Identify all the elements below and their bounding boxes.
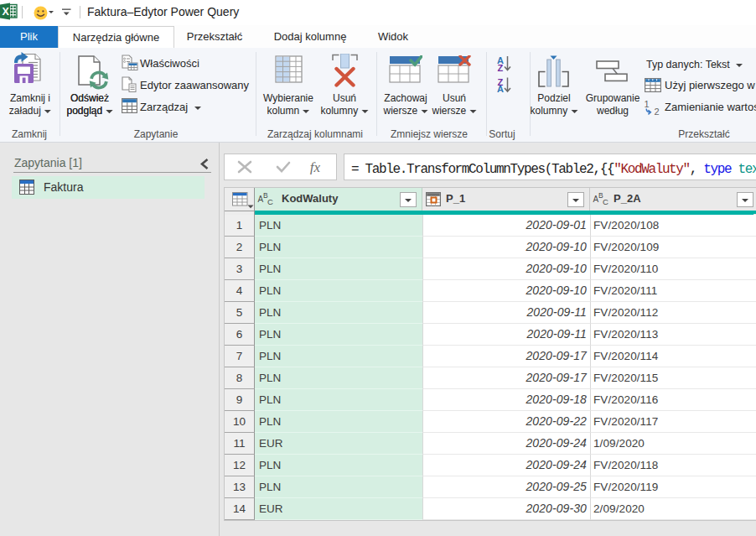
svg-text:X: X xyxy=(3,6,10,18)
svg-text:1: 1 xyxy=(645,99,650,109)
svg-text:C: C xyxy=(267,197,273,206)
svg-text:Z: Z xyxy=(498,63,504,73)
svg-text:2: 2 xyxy=(655,107,660,116)
svg-text:fx: fx xyxy=(310,159,321,174)
svg-text:C: C xyxy=(603,197,608,206)
svg-text:A: A xyxy=(497,84,504,94)
